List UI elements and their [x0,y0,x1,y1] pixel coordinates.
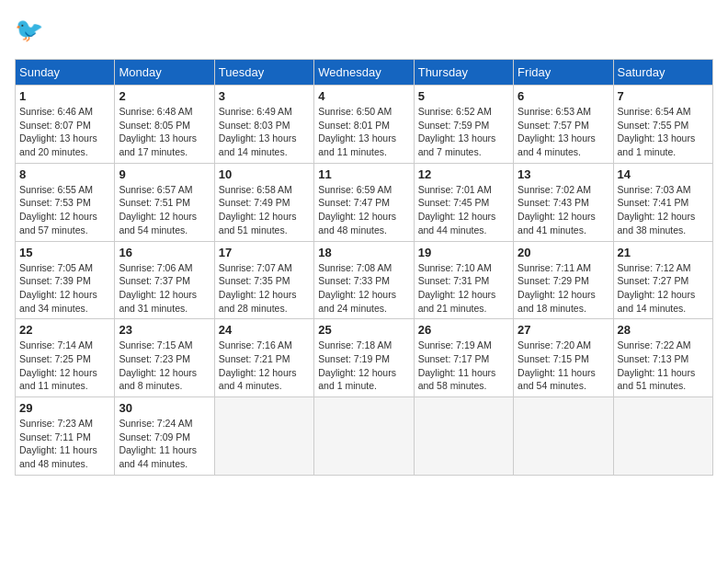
calendar-week-row: 8Sunrise: 6:55 AM Sunset: 7:53 PM Daylig… [16,163,713,241]
calendar-day-cell [414,397,513,476]
weekday-header-sunday: Sunday [16,60,115,86]
calendar-day-cell: 8Sunrise: 6:55 AM Sunset: 7:53 PM Daylig… [16,163,115,241]
day-info: Sunrise: 6:57 AM Sunset: 7:51 PM Dayligh… [119,183,210,237]
calendar-week-row: 22Sunrise: 7:14 AM Sunset: 7:25 PM Dayli… [16,319,713,397]
day-number: 27 [518,323,609,337]
day-number: 14 [618,167,709,181]
calendar-day-cell: 18Sunrise: 7:08 AM Sunset: 7:33 PM Dayli… [314,241,414,319]
day-info: Sunrise: 7:05 AM Sunset: 7:39 PM Dayligh… [19,261,110,316]
calendar-day-cell: 5Sunrise: 6:52 AM Sunset: 7:59 PM Daylig… [414,86,513,164]
day-number: 10 [219,167,310,181]
day-number: 1 [19,89,110,103]
day-info: Sunrise: 7:01 AM Sunset: 7:45 PM Dayligh… [418,183,509,237]
day-info: Sunrise: 7:24 AM Sunset: 7:09 PM Dayligh… [119,417,210,471]
calendar-day-cell: 3Sunrise: 6:49 AM Sunset: 8:03 PM Daylig… [214,86,313,164]
weekday-header-friday: Friday [514,60,613,86]
day-number: 18 [318,246,409,259]
weekday-header-tuesday: Tuesday [214,60,313,86]
calendar-day-cell: 26Sunrise: 7:19 AM Sunset: 7:17 PM Dayli… [414,319,513,397]
day-number: 17 [219,246,310,259]
day-number: 5 [418,89,509,103]
calendar-table: SundayMondayTuesdayWednesdayThursdayFrid… [15,59,713,476]
day-info: Sunrise: 7:11 AM Sunset: 7:29 PM Dayligh… [518,261,609,316]
weekday-header-saturday: Saturday [613,60,712,86]
calendar-day-cell: 2Sunrise: 6:48 AM Sunset: 8:05 PM Daylig… [115,86,214,164]
day-info: Sunrise: 7:16 AM Sunset: 7:21 PM Dayligh… [219,339,310,393]
day-number: 4 [318,89,409,103]
day-number: 20 [518,246,609,259]
day-number: 2 [119,89,210,103]
day-number: 11 [318,167,409,181]
calendar-day-cell: 25Sunrise: 7:18 AM Sunset: 7:19 PM Dayli… [314,319,414,397]
day-number: 21 [618,246,709,259]
day-info: Sunrise: 6:58 AM Sunset: 7:49 PM Dayligh… [219,183,310,237]
day-info: Sunrise: 6:53 AM Sunset: 7:57 PM Dayligh… [518,105,609,159]
day-number: 30 [119,401,210,415]
day-number: 25 [318,323,409,337]
day-number: 15 [19,246,110,259]
day-info: Sunrise: 6:55 AM Sunset: 7:53 PM Dayligh… [19,183,110,237]
weekday-header-monday: Monday [115,60,214,86]
calendar-day-cell: 28Sunrise: 7:22 AM Sunset: 7:13 PM Dayli… [613,319,712,397]
calendar-day-cell: 23Sunrise: 7:15 AM Sunset: 7:23 PM Dayli… [115,319,214,397]
day-number: 28 [618,323,709,337]
logo: 🐦 [15,15,51,48]
calendar-week-row: 15Sunrise: 7:05 AM Sunset: 7:39 PM Dayli… [16,241,713,319]
day-info: Sunrise: 6:59 AM Sunset: 7:47 PM Dayligh… [318,183,409,237]
day-info: Sunrise: 7:02 AM Sunset: 7:43 PM Dayligh… [518,183,609,237]
calendar-day-cell: 20Sunrise: 7:11 AM Sunset: 7:29 PM Dayli… [514,241,613,319]
day-info: Sunrise: 7:08 AM Sunset: 7:33 PM Dayligh… [318,261,409,316]
day-number: 9 [119,167,210,181]
calendar-day-cell: 12Sunrise: 7:01 AM Sunset: 7:45 PM Dayli… [414,163,513,241]
calendar-day-cell: 15Sunrise: 7:05 AM Sunset: 7:39 PM Dayli… [16,241,115,319]
day-number: 8 [19,167,110,181]
day-info: Sunrise: 6:48 AM Sunset: 8:05 PM Dayligh… [119,105,210,159]
day-info: Sunrise: 6:50 AM Sunset: 8:01 PM Dayligh… [318,105,409,159]
day-info: Sunrise: 6:52 AM Sunset: 7:59 PM Dayligh… [418,105,509,159]
calendar-day-cell: 4Sunrise: 6:50 AM Sunset: 8:01 PM Daylig… [314,86,414,164]
calendar-day-cell: 9Sunrise: 6:57 AM Sunset: 7:51 PM Daylig… [115,163,214,241]
day-number: 3 [219,89,310,103]
svg-text:🐦: 🐦 [15,16,44,44]
calendar-week-row: 29Sunrise: 7:23 AM Sunset: 7:11 PM Dayli… [16,397,713,476]
weekday-header-wednesday: Wednesday [314,60,414,86]
day-number: 22 [19,323,110,337]
day-info: Sunrise: 7:18 AM Sunset: 7:19 PM Dayligh… [318,339,409,393]
calendar-day-cell [613,397,712,476]
day-info: Sunrise: 7:22 AM Sunset: 7:13 PM Dayligh… [618,339,709,393]
day-info: Sunrise: 7:15 AM Sunset: 7:23 PM Dayligh… [119,339,210,393]
day-info: Sunrise: 7:07 AM Sunset: 7:35 PM Dayligh… [219,261,310,316]
day-info: Sunrise: 7:14 AM Sunset: 7:25 PM Dayligh… [19,339,110,393]
calendar-day-cell: 19Sunrise: 7:10 AM Sunset: 7:31 PM Dayli… [414,241,513,319]
calendar-day-cell: 1Sunrise: 6:46 AM Sunset: 8:07 PM Daylig… [16,86,115,164]
calendar-day-cell [314,397,414,476]
day-info: Sunrise: 6:54 AM Sunset: 7:55 PM Dayligh… [618,105,709,159]
calendar-day-cell: 10Sunrise: 6:58 AM Sunset: 7:49 PM Dayli… [214,163,313,241]
day-info: Sunrise: 6:46 AM Sunset: 8:07 PM Dayligh… [19,105,110,159]
day-info: Sunrise: 7:20 AM Sunset: 7:15 PM Dayligh… [518,339,609,393]
day-number: 13 [518,167,609,181]
day-info: Sunrise: 7:03 AM Sunset: 7:41 PM Dayligh… [618,183,709,237]
calendar-day-cell: 22Sunrise: 7:14 AM Sunset: 7:25 PM Dayli… [16,319,115,397]
day-number: 16 [119,246,210,259]
calendar-header-row: SundayMondayTuesdayWednesdayThursdayFrid… [16,60,713,86]
day-info: Sunrise: 7:06 AM Sunset: 7:37 PM Dayligh… [119,261,210,316]
calendar-week-row: 1Sunrise: 6:46 AM Sunset: 8:07 PM Daylig… [16,86,713,164]
logo-icon: 🐦 [15,15,48,48]
calendar-day-cell: 21Sunrise: 7:12 AM Sunset: 7:27 PM Dayli… [613,241,712,319]
calendar-day-cell: 24Sunrise: 7:16 AM Sunset: 7:21 PM Dayli… [214,319,313,397]
day-info: Sunrise: 7:10 AM Sunset: 7:31 PM Dayligh… [418,261,509,316]
calendar-day-cell: 17Sunrise: 7:07 AM Sunset: 7:35 PM Dayli… [214,241,313,319]
day-info: Sunrise: 7:12 AM Sunset: 7:27 PM Dayligh… [618,261,709,316]
weekday-header-thursday: Thursday [414,60,513,86]
calendar-day-cell: 30Sunrise: 7:24 AM Sunset: 7:09 PM Dayli… [115,397,214,476]
calendar-day-cell: 29Sunrise: 7:23 AM Sunset: 7:11 PM Dayli… [16,397,115,476]
day-number: 19 [418,246,509,259]
calendar-day-cell [514,397,613,476]
calendar-day-cell: 7Sunrise: 6:54 AM Sunset: 7:55 PM Daylig… [613,86,712,164]
day-info: Sunrise: 6:49 AM Sunset: 8:03 PM Dayligh… [219,105,310,159]
calendar-day-cell: 16Sunrise: 7:06 AM Sunset: 7:37 PM Dayli… [115,241,214,319]
day-number: 12 [418,167,509,181]
calendar-day-cell [214,397,313,476]
day-info: Sunrise: 7:23 AM Sunset: 7:11 PM Dayligh… [19,417,110,471]
